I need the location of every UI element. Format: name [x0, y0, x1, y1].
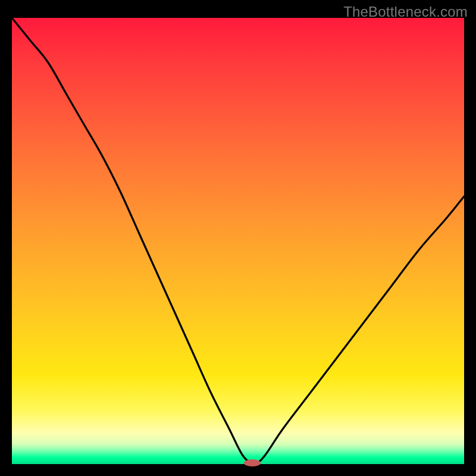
bottleneck-curve [12, 18, 464, 464]
chart-frame: TheBottleneck.com [0, 0, 476, 476]
watermark-text: TheBottleneck.com [343, 4, 468, 20]
chart-plot-area [12, 18, 464, 464]
optimum-marker [244, 459, 261, 466]
